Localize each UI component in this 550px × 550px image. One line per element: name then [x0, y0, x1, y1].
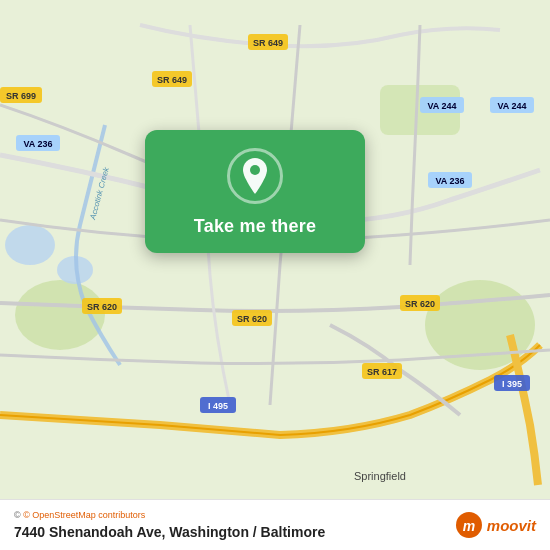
svg-text:SR 620: SR 620 — [405, 299, 435, 309]
svg-text:SR 620: SR 620 — [87, 302, 117, 312]
svg-text:SR 649: SR 649 — [253, 38, 283, 48]
moovit-logo: m moovit — [455, 511, 536, 539]
location-icon-circle — [227, 148, 283, 204]
svg-text:VA 244: VA 244 — [497, 101, 526, 111]
cta-label: Take me there — [194, 216, 316, 237]
take-me-there-card[interactable]: Take me there — [145, 130, 365, 253]
svg-text:VA 236: VA 236 — [23, 139, 52, 149]
svg-point-33 — [250, 165, 260, 175]
moovit-text: moovit — [487, 517, 536, 534]
svg-text:VA 244: VA 244 — [427, 101, 456, 111]
svg-text:SR 620: SR 620 — [237, 314, 267, 324]
svg-text:I 395: I 395 — [502, 379, 522, 389]
svg-text:SR 699: SR 699 — [6, 91, 36, 101]
bottom-left: © © OpenStreetMap contributors 7440 Shen… — [14, 510, 325, 540]
address-text: 7440 Shenandoah Ave, Washington / Baltim… — [14, 524, 325, 540]
svg-point-3 — [5, 225, 55, 265]
attribution: © © OpenStreetMap contributors — [14, 510, 325, 520]
bottom-bar: © © OpenStreetMap contributors 7440 Shen… — [0, 499, 550, 550]
svg-text:VA 236: VA 236 — [435, 176, 464, 186]
map-container: SR 649 SR 649 SR 699 VA 236 VA 244 VA 24… — [0, 0, 550, 550]
osm-copyright: © — [14, 510, 23, 520]
map-roads: SR 649 SR 649 SR 699 VA 236 VA 244 VA 24… — [0, 0, 550, 550]
location-pin-icon — [239, 158, 271, 194]
svg-text:SR 617: SR 617 — [367, 367, 397, 377]
moovit-icon: m — [455, 511, 483, 539]
svg-text:m: m — [463, 518, 475, 534]
osm-link[interactable]: © OpenStreetMap contributors — [23, 510, 145, 520]
svg-text:I 495: I 495 — [208, 401, 228, 411]
svg-text:Springfield: Springfield — [354, 470, 406, 482]
svg-text:SR 649: SR 649 — [157, 75, 187, 85]
